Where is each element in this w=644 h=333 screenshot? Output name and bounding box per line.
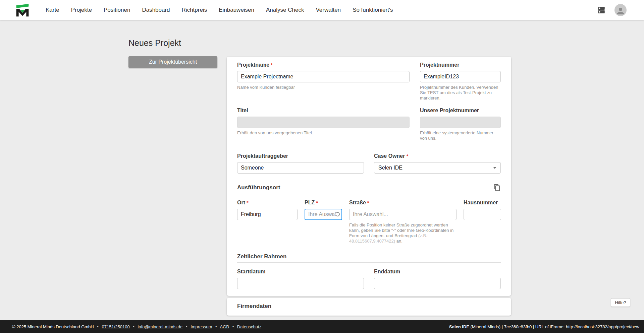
unsere-projektnummer-input [420, 117, 501, 128]
nav-item-einbauweisen[interactable]: Einbauweisen [219, 7, 254, 13]
field-hausnummer: Hausnummer [464, 200, 501, 244]
footer-session-info: Selen IDE (Mineral Minds) | 7ce360e83fb0… [449, 324, 639, 329]
required-asterisk: * [367, 200, 369, 205]
nav-item-analyse-check[interactable]: Analyse Check [266, 7, 304, 13]
section-ausfuehrungsort: Ausführungsort [237, 184, 501, 192]
projektauftraggeber-input[interactable] [237, 162, 364, 174]
strasse-input[interactable] [349, 209, 457, 220]
nav-item-verwalten[interactable]: Verwalten [316, 7, 341, 13]
field-strasse: Straße * Falls die Position keiner Straß… [349, 200, 457, 244]
unsere-projektnummer-label: Unsere Projektnummer [420, 108, 479, 114]
person-icon [615, 6, 626, 16]
field-plz: PLZ * [305, 200, 342, 244]
case-owner-label: Case Owner [374, 153, 405, 159]
footer-session-rest: (Mineral Minds) | 7ce360e83fb0 | URL of … [469, 324, 639, 329]
projektauftraggeber-label: Projektauftraggeber [237, 153, 288, 159]
projektname-label: Projektname [237, 62, 269, 68]
titel-input [237, 117, 410, 128]
projektname-input[interactable] [237, 71, 410, 82]
server-icon[interactable] [596, 6, 606, 14]
project-overview-button[interactable]: Zur Projektübersicht [128, 56, 217, 68]
row-datum: Startdatum Enddatum [237, 269, 501, 289]
help-button[interactable]: Hilfe? [611, 298, 630, 307]
projektnummer-input[interactable] [420, 71, 501, 82]
user-avatar[interactable] [614, 4, 627, 16]
footer-email-link[interactable]: info@mineral-minds.de [138, 324, 182, 329]
hausnummer-input[interactable] [464, 209, 501, 220]
field-startdatum: Startdatum [237, 269, 364, 289]
enddatum-input[interactable] [374, 278, 501, 289]
row-auftraggeber-caseowner: Projektauftraggeber Case Owner * Selen I… [237, 153, 501, 174]
startdatum-label: Startdatum [237, 269, 265, 275]
nav-item-karte[interactable]: Karte [46, 7, 59, 13]
page-title: Neues Projekt [128, 38, 181, 48]
project-form-card: Projektname * Name vom Kunden festlegbar… [227, 57, 511, 296]
divider [237, 312, 501, 312]
footer-agb-link[interactable]: AGB [220, 324, 229, 329]
strasse-helper: Falls die Position keiner Straße zugeord… [349, 222, 457, 244]
divider [237, 262, 501, 263]
copy-icon[interactable] [493, 184, 501, 192]
hausnummer-label: Hausnummer [464, 200, 498, 206]
projektname-helper: Name vom Kunden festlegbar [237, 85, 410, 90]
footer-session-user: Selen IDE [449, 324, 469, 329]
startdatum-input[interactable] [237, 278, 364, 289]
loading-spinner-icon [335, 212, 340, 216]
nav-item-richtpreis[interactable]: Richtpreis [182, 7, 207, 13]
zeitlicher-rahmen-heading: Zeitlicher Rahmen [237, 253, 286, 260]
ort-input[interactable] [237, 209, 298, 220]
footer: © 2025 Mineral Minds Deutschland GmbH • … [0, 320, 644, 333]
required-asterisk: * [271, 62, 273, 68]
enddatum-label: Enddatum [374, 269, 400, 275]
required-asterisk: * [316, 200, 318, 205]
chevron-down-icon [493, 167, 496, 169]
section-firmendaten: Firmendaten [237, 303, 501, 310]
footer-datenschutz-link[interactable]: Datenschutz [237, 324, 261, 329]
plz-label: PLZ [305, 200, 315, 206]
case-owner-value: Selen IDE [378, 165, 402, 171]
row-adresse: Ort * PLZ * Straße * Falls die Position … [237, 200, 501, 244]
mineral-minds-logo[interactable] [15, 2, 30, 18]
required-asterisk: * [247, 200, 249, 205]
ausfuehrungsort-heading: Ausführungsort [237, 184, 280, 191]
row-projektname-projektnummer: Projektname * Name vom Kunden festlegbar… [237, 62, 501, 101]
required-asterisk: * [406, 153, 408, 159]
footer-copyright: © 2025 Mineral Minds Deutschland GmbH [12, 324, 94, 329]
projektnummer-label: Projektnummer [420, 62, 459, 68]
nav-item-so-funktionierts[interactable]: So funktioniert's [353, 7, 393, 13]
unsere-projektnummer-helper: Erhält eine systemgenerierte Nummer von … [420, 130, 501, 141]
nav-item-positionen[interactable]: Positionen [104, 7, 130, 13]
field-unsere-projektnummer: Unsere Projektnummer Erhält eine systemg… [420, 108, 501, 141]
titel-label: Titel [237, 108, 248, 114]
field-case-owner: Case Owner * Selen IDE [374, 153, 501, 174]
field-projektnummer: Projektnummer Projektnummer des Kunden. … [420, 62, 501, 101]
field-enddatum: Enddatum [374, 269, 501, 289]
main-nav: Karte Projekte Positionen Dashboard Rich… [46, 7, 393, 13]
field-projektauftraggeber: Projektauftraggeber [237, 153, 364, 174]
projektnummer-helper: Projektnummer des Kunden. Verwenden Sie … [420, 85, 501, 101]
field-projektname: Projektname * Name vom Kunden festlegbar [237, 62, 410, 101]
firmendaten-card: Firmendaten [227, 298, 511, 316]
nav-item-dashboard[interactable]: Dashboard [142, 7, 170, 13]
ort-label: Ort [237, 200, 245, 206]
logo-icon [15, 3, 30, 17]
nav-item-projekte[interactable]: Projekte [71, 7, 92, 13]
footer-left: © 2025 Mineral Minds Deutschland GmbH • … [12, 324, 261, 329]
titel-helper: Erhält den von uns vorgegebenen Titel. [237, 130, 410, 136]
strasse-label: Straße [349, 200, 366, 206]
navbar-right [596, 4, 627, 16]
divider [237, 194, 501, 194]
section-zeitlicher-rahmen: Zeitlicher Rahmen [237, 253, 501, 260]
top-navbar: Karte Projekte Positionen Dashboard Rich… [0, 0, 644, 20]
row-titel-unsere-projektnummer: Titel Erhält den von uns vorgegebenen Ti… [237, 108, 501, 141]
case-owner-select[interactable]: Selen IDE [374, 162, 501, 174]
footer-impressum-link[interactable]: Impressum [191, 324, 212, 329]
footer-phone-link[interactable]: 07151/250100 [102, 324, 130, 329]
firmendaten-heading: Firmendaten [237, 303, 271, 310]
field-titel: Titel Erhält den von uns vorgegebenen Ti… [237, 108, 410, 141]
field-ort: Ort * [237, 200, 298, 244]
